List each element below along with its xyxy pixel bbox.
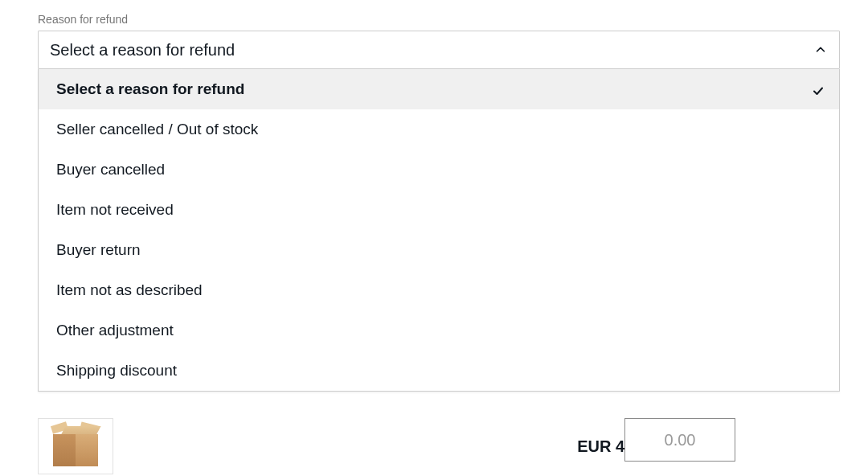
option-buyer-cancelled[interactable]: Buyer cancelled <box>39 150 839 190</box>
option-label: Select a reason for refund <box>56 80 244 97</box>
option-buyer-return[interactable]: Buyer return <box>39 230 839 270</box>
check-icon <box>812 83 825 96</box>
option-label: Other adjustment <box>56 322 174 339</box>
selected-value: Select a reason for refund <box>50 41 235 59</box>
chevron-up-icon <box>815 44 826 55</box>
refund-reason-dropdown: Select a reason for refund Seller cancel… <box>38 69 840 392</box>
refund-reason-field: Reason for refund Select a reason for re… <box>38 13 840 69</box>
option-label: Item not received <box>56 201 174 218</box>
refund-amount-input[interactable] <box>624 418 735 462</box>
option-placeholder[interactable]: Select a reason for refund <box>39 69 839 109</box>
option-other-adjustment[interactable]: Other adjustment <box>39 310 839 351</box>
box-icon <box>53 426 98 470</box>
option-label: Item not as described <box>56 281 203 298</box>
line-item-row: EUR 4.00 <box>38 418 840 474</box>
option-item-not-as-described[interactable]: Item not as described <box>39 270 839 310</box>
refund-reason-select-trigger[interactable]: Select a reason for refund <box>38 31 840 69</box>
option-item-not-received[interactable]: Item not received <box>39 190 839 230</box>
field-label: Reason for refund <box>38 13 840 26</box>
option-label: Shipping discount <box>56 362 177 379</box>
option-label: Seller cancelled / Out of stock <box>56 121 258 137</box>
option-shipping-discount[interactable]: Shipping discount <box>39 351 839 391</box>
option-label: Buyer cancelled <box>56 161 165 178</box>
option-label: Buyer return <box>56 241 141 258</box>
option-seller-cancelled[interactable]: Seller cancelled / Out of stock <box>39 109 839 150</box>
refund-reason-select: Select a reason for refund Select a reas… <box>38 31 840 69</box>
item-thumbnail <box>38 418 113 474</box>
